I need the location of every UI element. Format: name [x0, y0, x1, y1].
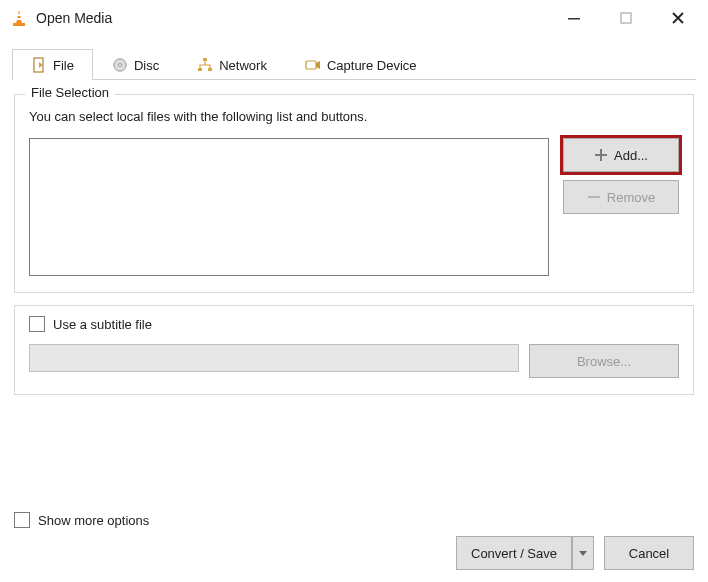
file-selection-group: File Selection You can select local file…: [14, 94, 694, 293]
svg-point-9: [118, 64, 121, 67]
open-media-tabs: File Disc Network Capture Device: [12, 48, 696, 80]
svg-marker-18: [579, 551, 587, 556]
svg-rect-11: [198, 68, 202, 71]
window-title: Open Media: [36, 10, 548, 26]
convert-save-splitbutton[interactable]: Convert / Save: [456, 536, 594, 570]
svg-rect-13: [306, 61, 316, 69]
svg-rect-12: [208, 68, 212, 71]
svg-rect-5: [621, 13, 631, 23]
titlebar: Open Media: [0, 0, 708, 36]
svg-rect-1: [16, 14, 22, 16]
tab-label: File: [53, 58, 74, 73]
close-button[interactable]: [652, 0, 704, 36]
disc-icon: [112, 57, 128, 73]
svg-marker-14: [316, 61, 320, 69]
browse-subtitle-button[interactable]: Browse...: [529, 344, 679, 378]
tab-disc[interactable]: Disc: [93, 49, 178, 80]
cancel-button[interactable]: Cancel: [604, 536, 694, 570]
remove-file-button[interactable]: Remove: [563, 180, 679, 214]
svg-marker-0: [16, 10, 22, 24]
subtitle-checkbox-label: Use a subtitle file: [53, 317, 152, 332]
minimize-button[interactable]: [548, 0, 600, 36]
file-selection-help: You can select local files with the foll…: [29, 109, 679, 124]
browse-label: Browse...: [577, 354, 631, 369]
tab-label: Network: [219, 58, 267, 73]
svg-rect-3: [13, 23, 25, 26]
show-more-options[interactable]: Show more options: [14, 512, 149, 528]
add-file-label: Add...: [614, 148, 648, 163]
subtitle-path-field: [29, 344, 519, 372]
vlc-cone-icon: [10, 9, 28, 27]
remove-file-label: Remove: [607, 190, 655, 205]
convert-save-button[interactable]: Convert / Save: [456, 536, 572, 570]
cancel-label: Cancel: [629, 546, 669, 561]
capture-device-icon: [305, 57, 321, 73]
svg-rect-4: [568, 18, 580, 20]
subtitle-checkbox[interactable]: [29, 316, 45, 332]
add-file-button[interactable]: Add...: [563, 138, 679, 172]
convert-save-dropdown[interactable]: [572, 536, 594, 570]
tab-network[interactable]: Network: [178, 49, 286, 80]
show-more-label: Show more options: [38, 513, 149, 528]
svg-rect-17: [588, 196, 600, 198]
svg-rect-10: [203, 58, 207, 61]
tab-label: Disc: [134, 58, 159, 73]
svg-rect-2: [16, 18, 23, 20]
file-icon: [31, 57, 47, 73]
tab-capture-device[interactable]: Capture Device: [286, 49, 436, 80]
file-selection-legend: File Selection: [25, 85, 115, 100]
maximize-button[interactable]: [600, 0, 652, 36]
network-icon: [197, 57, 213, 73]
plus-icon: [594, 148, 608, 162]
convert-save-label: Convert / Save: [471, 546, 557, 561]
tab-file[interactable]: File: [12, 49, 93, 80]
subtitle-group: Use a subtitle file Browse...: [14, 305, 694, 395]
chevron-down-icon: [579, 549, 587, 557]
minus-icon: [587, 190, 601, 204]
show-more-checkbox[interactable]: [14, 512, 30, 528]
file-list[interactable]: [29, 138, 549, 276]
tab-label: Capture Device: [327, 58, 417, 73]
svg-rect-16: [595, 154, 607, 156]
